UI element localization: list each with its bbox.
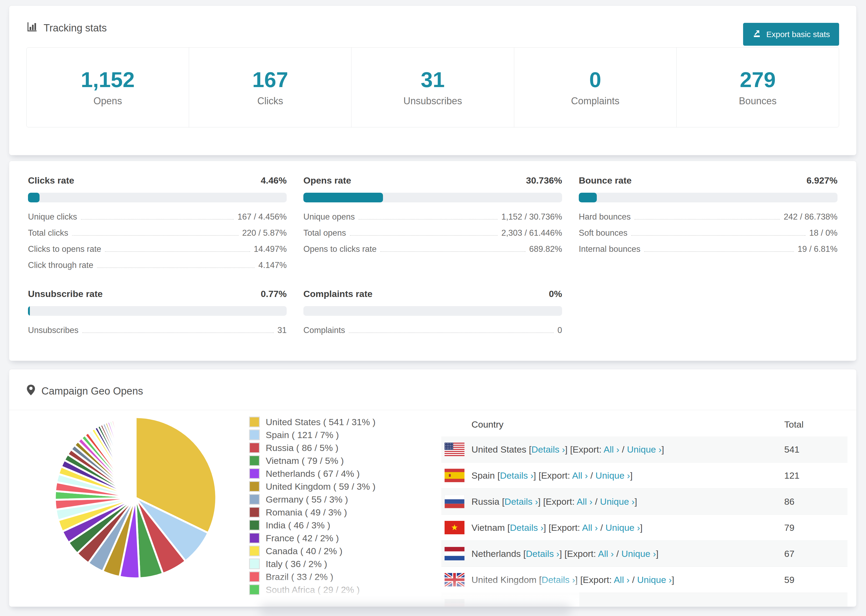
rate-row-value: 4.147%	[258, 261, 287, 270]
legend-item-russia[interactable]: Russia ( 86 / 5% )	[249, 442, 375, 453]
rate-progress-bar	[579, 193, 838, 203]
pie-slice-63[interactable]	[135, 417, 135, 498]
export-icon	[752, 29, 761, 40]
rate-section-clicks-rate: Clicks rate4.46%Unique clicks167 / 4.456…	[28, 175, 287, 273]
rate-section-unsubscribe-rate: Unsubscribe rate0.77%Unsubscribes31	[28, 288, 287, 338]
legend-swatch	[249, 545, 260, 556]
geo-table-row: United States [Details ›] [Export: All ›…	[441, 437, 847, 462]
geo-table-total-cell: 59	[784, 575, 847, 585]
rate-row-value: 2,303 / 61.446%	[501, 228, 562, 238]
rate-progress-bar	[28, 193, 287, 203]
country-details-link[interactable]: Details ›	[505, 497, 538, 507]
dotted-leader	[72, 235, 239, 236]
rate-section-header: Clicks rate4.46%	[28, 175, 287, 186]
legend-swatch	[249, 468, 260, 479]
tracking-stats-title: Tracking stats	[26, 21, 107, 35]
legend-item-south-africa[interactable]: South Africa ( 29 / 2% )	[249, 584, 375, 595]
bar-chart-icon	[26, 21, 38, 35]
stat-value: 167	[189, 69, 351, 91]
country-export-unique-link[interactable]: Unique ›	[637, 575, 672, 585]
legend-item-germany[interactable]: Germany ( 55 / 3% )	[249, 494, 375, 505]
rate-section-header: Complaints rate0%	[303, 288, 562, 299]
rate-section-bounce-rate: Bounce rate6.927%Hard bounces242 / 86.73…	[579, 175, 838, 273]
tracking-stats-header: Tracking stats	[9, 6, 856, 35]
rate-row-label: Unique opens	[303, 212, 355, 222]
legend-item-canada[interactable]: Canada ( 40 / 2% )	[249, 545, 375, 556]
legend-item-united-states[interactable]: United States ( 541 / 31% )	[249, 416, 375, 427]
country-export-all-link[interactable]: All ›	[582, 522, 598, 533]
stat-box-clicks: 167Clicks	[189, 47, 351, 127]
geo-pie-legend: United States ( 541 / 31% )Spain ( 121 /…	[249, 416, 375, 597]
country-export-all-link[interactable]: All ›	[598, 548, 614, 559]
country-export-all-link[interactable]: All ›	[572, 470, 588, 481]
rate-section-title: Clicks rate	[28, 175, 74, 186]
stat-value: 31	[351, 69, 514, 91]
country-details-link[interactable]: Details ›	[510, 522, 543, 533]
rate-section-title: Bounce rate	[579, 175, 632, 186]
legend-label: Romania ( 49 / 3% )	[266, 508, 347, 517]
rate-rows: Hard bounces242 / 86.738%Soft bounces18 …	[579, 209, 838, 257]
country-export-unique-link[interactable]: Unique ›	[621, 548, 656, 559]
stat-value: 1,152	[27, 69, 189, 91]
rate-section-title: Opens rate	[303, 175, 351, 186]
rate-section-title: Complaints rate	[303, 288, 373, 299]
stats-row: 1,152Opens167Clicks31Unsubscribes0Compla…	[26, 47, 839, 127]
country-details-link[interactable]: Details ›	[542, 575, 575, 585]
legend-label: United States ( 541 / 31% )	[266, 417, 375, 427]
rate-section-title: Unsubscribe rate	[28, 288, 103, 299]
rate-row: Unique opens1,152 / 30.736%	[303, 209, 562, 225]
flag-us	[444, 443, 464, 456]
legend-label: Vietnam ( 79 / 5% )	[266, 456, 344, 465]
country-export-unique-link[interactable]: Unique ›	[600, 497, 635, 507]
rate-row: Complaints0	[303, 322, 562, 338]
dotted-leader	[359, 219, 498, 220]
legend-item-spain[interactable]: Spain ( 121 / 7% )	[249, 429, 375, 440]
rate-row-value: 220 / 5.87%	[242, 228, 287, 238]
legend-label: South Africa ( 29 / 2% )	[266, 585, 360, 594]
legend-swatch	[249, 507, 260, 518]
dotted-leader	[631, 235, 806, 236]
legend-item-india[interactable]: India ( 46 / 3% )	[249, 520, 375, 531]
country-details-link[interactable]: Details ›	[500, 470, 534, 481]
rate-row: Total clicks220 / 5.87%	[28, 225, 287, 241]
rate-section-value: 4.46%	[261, 175, 287, 186]
country-export-unique-link[interactable]: Unique ›	[627, 444, 661, 454]
country-export-all-link[interactable]: All ›	[603, 444, 619, 454]
country-export-unique-link[interactable]: Unique ›	[595, 470, 630, 481]
rate-row-label: Soft bounces	[579, 228, 627, 238]
geo-table-total-cell: 86	[784, 497, 847, 507]
rate-row: Click through rate4.147%	[28, 257, 287, 273]
rate-progress-bar	[303, 193, 562, 203]
legend-item-france[interactable]: France ( 42 / 2% )	[249, 533, 375, 544]
country-export-unique-link[interactable]: Unique ›	[605, 522, 640, 533]
rate-section-value: 6.927%	[806, 175, 838, 186]
export-button-label: Export basic stats	[766, 30, 830, 39]
rate-rows: Unique clicks167 / 4.456%Total clicks220…	[28, 209, 287, 273]
legend-item-netherlands[interactable]: Netherlands ( 67 / 4% )	[249, 468, 375, 479]
legend-item-vietnam[interactable]: Vietnam ( 79 / 5% )	[249, 455, 375, 466]
country-name: Vietnam	[471, 522, 505, 533]
country-export-all-link[interactable]: All ›	[614, 575, 630, 585]
rate-progress-bar	[28, 306, 287, 316]
country-details-link[interactable]: Details ›	[526, 548, 559, 559]
legend-item-united-kingdom[interactable]: United Kingdom ( 59 / 3% )	[249, 481, 375, 492]
tracking-stats-card: Tracking stats Export basic stats 1,152O…	[9, 5, 857, 156]
rate-row-value: 31	[277, 325, 287, 335]
rate-section-complaints-rate: Complaints rate0%Complaints0	[303, 288, 562, 338]
geo-table-total-cell: 67	[784, 548, 847, 559]
country-export-all-link[interactable]: All ›	[576, 497, 592, 507]
export-basic-stats-button[interactable]: Export basic stats	[743, 23, 839, 46]
tracking-stats-title-text: Tracking stats	[44, 22, 107, 34]
legend-item-brazil[interactable]: Brazil ( 33 / 2% )	[249, 571, 375, 582]
stat-box-bounces: 279Bounces	[677, 47, 839, 127]
legend-item-italy[interactable]: Italy ( 36 / 2% )	[249, 558, 375, 569]
country-details-link[interactable]: Details ›	[531, 444, 565, 454]
rates-card: Clicks rate4.46%Unique clicks167 / 4.456…	[9, 161, 857, 361]
legend-swatch	[249, 481, 260, 492]
geo-table-country-cell: United States [Details ›] [Export: All ›…	[441, 443, 784, 456]
campaign-geo-opens-card: Campaign Geo Opens United States ( 541 /…	[9, 369, 857, 607]
geo-table-total-cell: 121	[784, 470, 847, 481]
legend-item-romania[interactable]: Romania ( 49 / 3% )	[249, 507, 375, 518]
geo-title: Campaign Geo Opens	[26, 384, 143, 399]
rate-row-value: 18 / 0%	[809, 228, 838, 238]
